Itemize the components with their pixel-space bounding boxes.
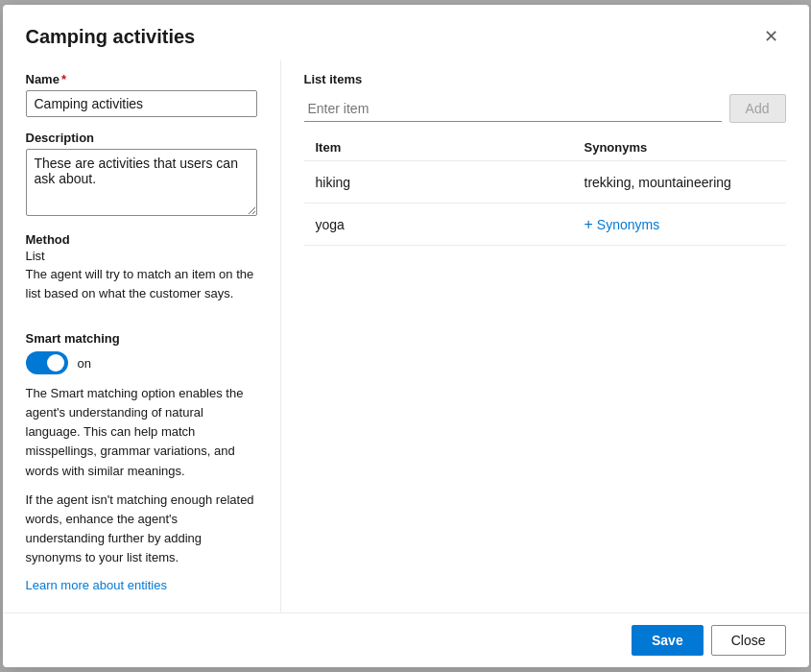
method-value: List	[26, 249, 257, 263]
modal: Camping activities ✕ Name* Description T…	[3, 5, 809, 667]
right-panel: List items Add Item Synonyms hiking tre	[281, 60, 809, 612]
toggle-label: on	[78, 356, 91, 371]
smart-desc-2: If the agent isn't matching enough relat…	[26, 491, 257, 568]
close-button[interactable]: Close	[711, 625, 786, 656]
table-row: hiking trekking, mountaineering	[304, 161, 786, 204]
name-label: Name*	[26, 72, 257, 86]
left-panel: Name* Description These are activities t…	[3, 60, 281, 612]
modal-body: Name* Description These are activities t…	[3, 60, 809, 612]
table-row: yoga + Synonyms	[304, 204, 786, 246]
add-item-input[interactable]	[304, 96, 722, 122]
add-synonyms-button[interactable]: + Synonyms	[584, 216, 660, 233]
add-item-row: Add	[304, 94, 786, 123]
items-table: Item Synonyms hiking trekking, mountaine…	[304, 134, 786, 246]
plus-icon: +	[584, 216, 593, 233]
table-header: Item Synonyms	[304, 134, 786, 161]
smart-matching-section: Smart matching on The Smart matching opt…	[26, 331, 257, 592]
name-field-group: Name*	[26, 72, 257, 117]
description-label: Description	[26, 131, 257, 145]
close-icon-button[interactable]: ✕	[756, 22, 786, 51]
learn-more-link[interactable]: Learn more about entities	[26, 578, 167, 592]
method-description: The agent will try to match an item on t…	[26, 265, 257, 302]
smart-matching-label: Smart matching	[26, 331, 257, 346]
method-group: Method List The agent will try to match …	[26, 232, 257, 302]
required-star: *	[61, 72, 66, 86]
list-items-label: List items	[304, 72, 786, 86]
col-item-header: Item	[316, 140, 584, 155]
modal-title: Camping activities	[26, 26, 196, 48]
col-synonyms-header: Synonyms	[584, 140, 786, 155]
smart-matching-toggle[interactable]	[26, 351, 68, 374]
modal-header: Camping activities ✕	[3, 5, 809, 60]
synonyms-cell: + Synonyms	[584, 216, 786, 233]
modal-footer: Save Close	[3, 612, 809, 667]
synonyms-cell: trekking, mountaineering	[584, 175, 786, 190]
save-button[interactable]: Save	[632, 625, 704, 656]
item-cell: yoga	[316, 217, 584, 232]
description-input[interactable]: These are activities that users can ask …	[26, 149, 257, 216]
smart-desc-1: The Smart matching option enables the ag…	[26, 384, 257, 481]
modal-overlay: Camping activities ✕ Name* Description T…	[0, 0, 811, 672]
description-field-group: Description These are activities that us…	[26, 131, 257, 219]
add-button[interactable]: Add	[729, 94, 786, 123]
add-synonyms-label: Synonyms	[597, 217, 659, 232]
item-cell: hiking	[316, 175, 584, 190]
toggle-row: on	[26, 351, 257, 374]
name-input[interactable]	[26, 90, 257, 117]
method-label: Method	[26, 232, 257, 247]
